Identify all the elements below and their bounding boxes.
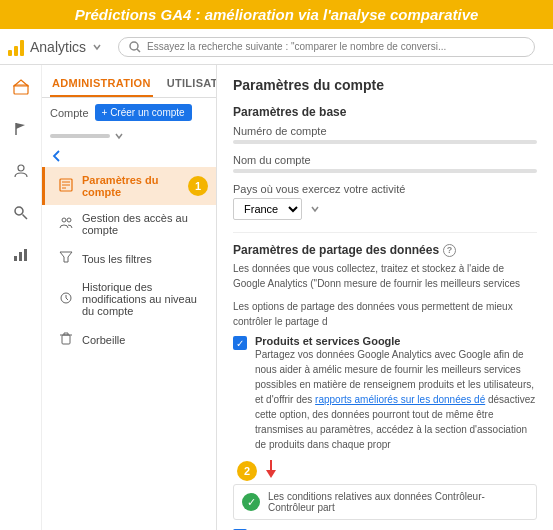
svg-line-6: [22, 215, 27, 220]
svg-point-14: [62, 218, 66, 222]
admin-layout: ADMINISTRATION UTILISATEUR Compte + Crée…: [42, 65, 553, 530]
tab-utilisateur[interactable]: UTILISATEUR: [165, 71, 217, 97]
back-button[interactable]: [42, 145, 216, 167]
desc1-text: Les données que vous collectez, traitez …: [233, 263, 520, 293]
logo-bar-1: [8, 50, 12, 56]
tab-administration[interactable]: ADMINISTRATION: [50, 71, 153, 97]
account-number-label: Numéro de compte: [233, 125, 537, 137]
data-sharing-desc1: Les données que vous collectez, traitez …: [233, 261, 537, 293]
check-mark: ✓: [247, 496, 256, 509]
tabs-row: ADMINISTRATION UTILISATEUR: [42, 71, 216, 98]
sidebar-barchart-icon[interactable]: [7, 241, 35, 269]
nav-item-historique[interactable]: Historique des modifications au niveau d…: [42, 274, 216, 324]
section-divider: [233, 232, 537, 233]
help-icon[interactable]: ?: [443, 244, 456, 257]
chevron-down-icon: [92, 42, 102, 52]
condition-row: ✓ Les conditions relatives aux données C…: [233, 484, 537, 520]
checkbox-check-icon: ✓: [236, 338, 244, 349]
svg-point-5: [15, 207, 23, 215]
search-bar[interactable]: Essayez la recherche suivante : "compare…: [118, 37, 535, 57]
checkbox-produits-google-box[interactable]: ✓: [233, 336, 247, 350]
sidebar-flag-icon[interactable]: [7, 115, 35, 143]
analytics-logo-icon: [8, 38, 24, 56]
page-title: Paramètres du compte: [233, 77, 537, 93]
search-placeholder-text: Essayez la recherche suivante : "compare…: [147, 41, 446, 52]
nav-label-corbeille: Corbeille: [82, 334, 125, 346]
nav-item-parametres-compte[interactable]: Paramètres du compte 1: [42, 167, 216, 205]
data-sharing-title-text: Paramètres de partage des données: [233, 243, 439, 257]
left-sidebar: [0, 65, 42, 530]
sidebar-home-icon[interactable]: [7, 73, 35, 101]
parametres-compte-icon: [58, 178, 74, 195]
account-number-input[interactable]: [233, 140, 537, 144]
app-name: Analytics: [30, 39, 86, 55]
sidebar-search-icon[interactable]: [7, 199, 35, 227]
red-arrow-icon: [263, 460, 279, 480]
account-dropdown[interactable]: [42, 127, 216, 145]
badge-2: 2: [237, 461, 257, 481]
search-icon: [129, 41, 141, 53]
checkbox-produits-content: Produits et services Google Partagez vos…: [255, 335, 537, 452]
compte-label: Compte: [50, 107, 89, 119]
nav-label-gestion-acces: Gestion des accès au compte: [82, 212, 208, 236]
compte-header: Compte + Créer un compte: [42, 98, 216, 127]
svg-point-0: [130, 42, 138, 50]
account-name-label: Nom du compte: [233, 154, 537, 166]
svg-rect-8: [19, 252, 22, 261]
svg-point-4: [18, 165, 24, 171]
country-select[interactable]: France: [233, 198, 302, 220]
nav-item-gestion-acces[interactable]: Gestion des accès au compte: [42, 205, 216, 243]
account-name-input[interactable]: [233, 169, 537, 173]
create-account-button[interactable]: + Créer un compte: [95, 104, 192, 121]
data-sharing-title: Paramètres de partage des données ?: [233, 243, 537, 257]
nav-item-filtres[interactable]: Tous les filtres: [42, 243, 216, 274]
base-params-title: Paramètres de base: [233, 105, 537, 119]
condition-text: Les conditions relatives aux données Con…: [268, 491, 528, 513]
svg-point-15: [67, 218, 71, 222]
country-select-row: France: [233, 198, 537, 220]
corbeille-icon: [58, 331, 74, 348]
app-logo: Analytics: [8, 38, 108, 56]
filtres-icon: [58, 250, 74, 267]
nav-badge-1: 1: [188, 176, 208, 196]
main-content: Paramètres du compte Paramètres de base …: [217, 65, 553, 530]
top-banner: Prédictions GA4 : amélioration via l'ana…: [0, 0, 553, 29]
nav-item-corbeille[interactable]: Corbeille: [42, 324, 216, 355]
main-layout: ADMINISTRATION UTILISATEUR Compte + Crée…: [0, 65, 553, 530]
svg-rect-9: [24, 249, 27, 261]
svg-rect-7: [14, 256, 17, 261]
gestion-acces-icon: [58, 216, 74, 233]
svg-rect-17: [62, 335, 70, 344]
nav-label-parametres-compte: Paramètres du compte: [82, 174, 180, 198]
logo-bar-2: [14, 46, 18, 56]
header: Analytics Essayez la recherche suivante …: [0, 29, 553, 65]
account-bar: [50, 134, 110, 138]
chevron-down-icon: [310, 204, 320, 214]
checkbox-produits-desc-link[interactable]: rapports améliorés sur les données dé: [315, 394, 485, 405]
admin-nav: ADMINISTRATION UTILISATEUR Compte + Crée…: [42, 65, 217, 530]
country-label: Pays où vous exercez votre activité: [233, 183, 537, 195]
historique-icon: [58, 291, 74, 308]
checkbox-produits-desc: Partagez vos données Google Analytics av…: [255, 347, 537, 452]
green-check-icon: ✓: [242, 493, 260, 511]
chevron-down-icon: [114, 131, 124, 141]
logo-bar-3: [20, 40, 24, 56]
sidebar-user-icon[interactable]: [7, 157, 35, 185]
checkbox-produits-label: Produits et services Google: [255, 335, 537, 347]
data-sharing-desc2: Les options de partage des données vous …: [233, 299, 537, 329]
back-arrow-icon: [50, 149, 64, 163]
badge2-row: 2: [237, 460, 537, 482]
nav-label-filtres: Tous les filtres: [82, 253, 152, 265]
checkbox-produits-google: ✓ Produits et services Google Partagez v…: [233, 335, 537, 452]
arrow-down: [263, 460, 279, 480]
svg-line-1: [137, 49, 140, 52]
nav-label-historique: Historique des modifications au niveau d…: [82, 281, 208, 317]
